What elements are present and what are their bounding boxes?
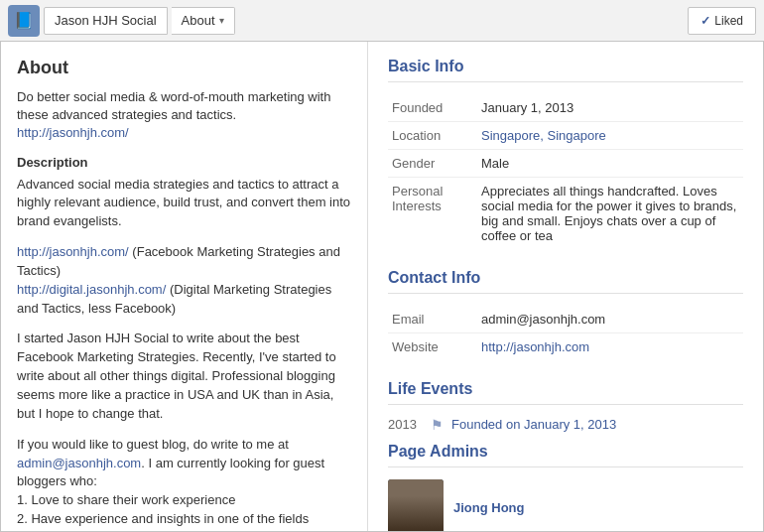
link1[interactable]: http://jasonhjh.com/: [17, 244, 129, 259]
page-name-tab[interactable]: Jason HJH Social: [44, 7, 168, 35]
location-label: Location: [388, 122, 477, 150]
life-event-year: 2013: [388, 417, 423, 432]
liked-button[interactable]: ✓ Liked: [688, 7, 756, 35]
about-tab[interactable]: About ▾: [172, 7, 235, 35]
email-label: Email: [388, 306, 477, 333]
links-text: http://jasonhjh.com/ (Facebook Marketing…: [17, 243, 351, 318]
founded-label: Founded: [388, 94, 477, 122]
table-row: Website http://jasonhjh.com: [388, 333, 743, 361]
table-row: Email admin@jasonhjh.com: [388, 306, 743, 333]
avatar: [388, 479, 444, 531]
admin-item: Jiong Hong: [388, 479, 743, 531]
contact-info-title: Contact Info: [388, 269, 743, 294]
gender-label: Gender: [388, 150, 477, 178]
website-value: http://jasonhjh.com: [477, 333, 743, 361]
gender-value: Male: [477, 150, 743, 178]
right-panel: Basic Info Founded January 1, 2013 Locat…: [368, 42, 763, 531]
description-label: Description: [17, 155, 351, 170]
about-heading: About: [17, 58, 351, 78]
location-link[interactable]: Singapore, Singapore: [481, 128, 606, 143]
life-event-item: 2013 ⚑ Founded on January 1, 2013: [388, 417, 743, 433]
left-panel: About Do better social media & word-of-m…: [1, 42, 368, 531]
table-row: Gender Male: [388, 150, 743, 178]
page-admins-section: Page Admins Jiong Hong: [388, 443, 743, 531]
about-tab-label: About: [182, 13, 215, 28]
flag-icon: ⚑: [431, 417, 444, 433]
avatar-image: [388, 479, 444, 531]
chevron-down-icon: ▾: [219, 15, 224, 26]
main-content: About Do better social media & word-of-m…: [0, 42, 764, 532]
basic-info-title: Basic Info: [388, 58, 743, 82]
founded-value: January 1, 2013: [477, 94, 743, 122]
intro-link[interactable]: http://jasonhjh.com/: [17, 125, 129, 140]
guest-blog-text: If you would like to guest blog, do writ…: [17, 436, 351, 531]
life-event-text[interactable]: Founded on January 1, 2013: [451, 417, 616, 432]
email-value: admin@jasonhjh.com: [477, 306, 743, 333]
about-intro: Do better social media & word-of-mouth m…: [17, 88, 351, 143]
page-icon-symbol: 📘: [14, 11, 34, 30]
life-events-title: Life Events: [388, 380, 743, 405]
contact-info-table: Email admin@jasonhjh.com Website http://…: [388, 306, 743, 360]
page-admins-title: Page Admins: [388, 443, 743, 467]
table-row: Location Singapore, Singapore: [388, 122, 743, 150]
liked-label: Liked: [714, 14, 743, 28]
story-text: I started Jason HJH Social to write abou…: [17, 330, 351, 423]
check-icon: ✓: [700, 14, 710, 28]
interests-value: Appreciates all things handcrafted. Love…: [477, 178, 743, 250]
basic-info-table: Founded January 1, 2013 Location Singapo…: [388, 94, 743, 249]
table-row: Personal Interests Appreciates all thing…: [388, 178, 743, 250]
description-text: Advanced social media strategies and tac…: [17, 176, 351, 232]
link2[interactable]: http://digital.jasonhjh.com/: [17, 282, 166, 297]
website-link[interactable]: http://jasonhjh.com: [481, 339, 589, 354]
interests-label: Personal Interests: [388, 178, 477, 250]
contact-info-section: Contact Info Email admin@jasonhjh.com We…: [388, 269, 743, 360]
location-value: Singapore, Singapore: [477, 122, 743, 150]
top-navigation-bar: 📘 Jason HJH Social About ▾ ✓ Liked: [0, 0, 764, 42]
life-events-section: Life Events 2013 ⚑ Founded on January 1,…: [388, 380, 743, 433]
guest-email-link[interactable]: admin@jasonhjh.com: [17, 456, 141, 470]
basic-info-section: Basic Info Founded January 1, 2013 Locat…: [388, 58, 743, 249]
website-label: Website: [388, 333, 477, 361]
table-row: Founded January 1, 2013: [388, 94, 743, 122]
page-icon: 📘: [8, 5, 40, 37]
admin-name[interactable]: Jiong Hong: [453, 500, 525, 515]
